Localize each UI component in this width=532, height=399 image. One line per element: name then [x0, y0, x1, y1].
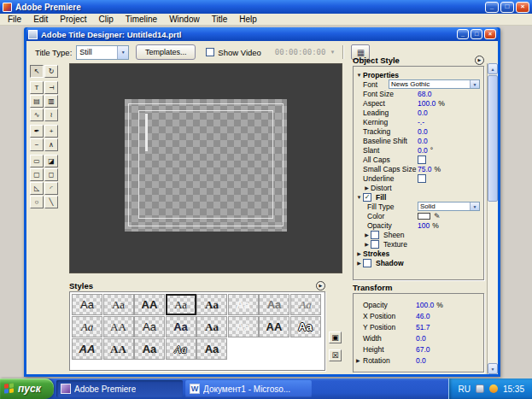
convert-anchor-point-tool-button[interactable]: ∧	[44, 138, 58, 151]
selection-tool-button[interactable]: ↖	[30, 65, 44, 78]
vertical-type-tool-button[interactable]: T	[44, 81, 58, 94]
small-caps-size-value[interactable]: 75.0	[418, 165, 432, 173]
expand-triangle-icon[interactable]: ▶	[363, 241, 371, 247]
style-swatch[interactable]: AA	[259, 316, 289, 337]
fill-opacity-value[interactable]: 100	[418, 221, 430, 230]
maximize-button[interactable]: □	[500, 2, 514, 13]
horizontal-type-tool-button[interactable]: T	[30, 81, 44, 94]
line-tool-button[interactable]: ╲	[44, 196, 58, 208]
style-swatch[interactable]: Aa	[196, 338, 227, 360]
eyedropper-icon[interactable]: ✎	[434, 212, 441, 220]
style-swatch[interactable]: AA	[103, 338, 134, 360]
tray-status-icon-2[interactable]	[489, 384, 498, 393]
close-button[interactable]: ×	[516, 2, 529, 13]
timecode-dropdown-arrow-icon[interactable]: ▼	[330, 50, 335, 55]
menu-clip[interactable]: Clip	[92, 14, 119, 26]
x-position-value[interactable]: 46.0	[416, 312, 430, 320]
style-swatch[interactable]: Aa	[134, 316, 165, 337]
ellipse-tool-button[interactable]: ○	[30, 196, 44, 208]
chevron-down-icon[interactable]: ▼	[470, 202, 479, 210]
font-dropdown[interactable]: News Gothic ▼	[389, 79, 480, 89]
style-swatch[interactable]: Aa	[72, 294, 102, 315]
menu-project[interactable]: Project	[54, 14, 92, 26]
style-swatch[interactable]: Aa	[72, 316, 102, 337]
vertical-area-type-tool-button[interactable]: ▥	[44, 95, 58, 108]
tracking-value[interactable]: 0.0	[418, 127, 428, 136]
style-swatch[interactable]: Aa	[134, 338, 165, 360]
menu-file[interactable]: File	[2, 14, 27, 26]
fill-type-dropdown[interactable]: Solid ▼	[418, 202, 480, 211]
style-swatch[interactable]: AA	[134, 294, 165, 315]
tray-status-icon-1[interactable]	[476, 384, 484, 393]
title-type-select[interactable]: Still ▼	[76, 45, 129, 60]
menu-timeline[interactable]: Timeline	[120, 14, 163, 26]
templates-button[interactable]: Templates...	[136, 44, 196, 60]
chevron-down-icon[interactable]: ▼	[117, 46, 128, 59]
vertical-path-type-tool-button[interactable]: ≀	[44, 109, 58, 121]
collapse-triangle-icon[interactable]: ▼	[355, 73, 363, 78]
menu-help[interactable]: Help	[233, 14, 263, 26]
rounded-rectangle-tool-button[interactable]: ▢	[30, 168, 44, 181]
leading-value[interactable]: 0.0	[418, 109, 428, 117]
panel-menu-button[interactable]: ▶	[475, 56, 484, 65]
style-swatch[interactable]: AA	[103, 316, 134, 337]
menu-window[interactable]: Window	[163, 14, 206, 26]
aspect-value[interactable]: 100.0	[418, 99, 436, 108]
sheen-checkbox[interactable]	[371, 231, 379, 239]
style-swatch-selected[interactable]: Aa	[166, 294, 196, 315]
style-swatch[interactable]: Aa	[290, 316, 321, 337]
underline-checkbox[interactable]	[418, 174, 426, 183]
designer-minimize-button[interactable]: _	[457, 29, 469, 39]
scroll-up-button[interactable]: ▲	[488, 63, 498, 74]
arc-tool-button[interactable]: ◜	[44, 182, 58, 195]
designer-close-button[interactable]: ×	[484, 29, 496, 39]
texture-checkbox[interactable]	[371, 240, 379, 249]
taskbar-task-word-document[interactable]: W Документ1 - Microso...	[185, 380, 312, 397]
new-style-button[interactable]: ▣	[329, 332, 342, 343]
scrollbar-thumb[interactable]	[488, 75, 498, 202]
title-canvas[interactable]	[69, 63, 342, 273]
width-value[interactable]: 0.0	[416, 334, 426, 343]
expand-triangle-icon[interactable]: ▶	[355, 260, 363, 266]
slant-value[interactable]: 0.0	[418, 146, 428, 155]
add-anchor-point-tool-button[interactable]: +	[44, 125, 58, 138]
path-type-tool-button[interactable]: ∿	[30, 109, 44, 121]
clipped-corner-rectangle-tool-button[interactable]: ◪	[44, 155, 58, 167]
fill-color-swatch[interactable]	[418, 213, 430, 220]
rotation-value[interactable]: 0.0	[416, 356, 426, 365]
styles-panel-menu-button[interactable]: ▶	[316, 281, 325, 290]
baseline-shift-value[interactable]: 0.0	[418, 137, 428, 145]
language-indicator[interactable]: RU	[459, 384, 471, 394]
vertical-scrollbar[interactable]: ▲ ▼	[487, 63, 498, 374]
style-swatch[interactable]: Aa	[166, 316, 196, 337]
menu-edit[interactable]: Edit	[27, 14, 54, 26]
pen-tool-button[interactable]: ✒	[30, 125, 44, 138]
style-swatch[interactable]: Aa	[103, 294, 134, 315]
style-swatch[interactable]: Aa	[166, 338, 196, 360]
delete-style-button[interactable]: ☒	[329, 349, 342, 361]
scroll-down-button[interactable]: ▼	[488, 363, 498, 374]
fill-checkbox[interactable]: ✓	[363, 193, 371, 202]
style-swatch[interactable]: Aa	[228, 316, 259, 337]
start-button[interactable]: пуск	[0, 378, 54, 399]
delete-anchor-point-tool-button[interactable]: −	[30, 138, 44, 151]
font-size-value[interactable]: 68.0	[418, 90, 432, 98]
y-position-value[interactable]: 51.7	[416, 323, 430, 332]
kerning-value[interactable]: -.-	[418, 118, 424, 126]
designer-titlebar[interactable]: Adobe Title Designer: Untitled14.prtl _ …	[26, 27, 498, 41]
shadow-checkbox[interactable]	[363, 259, 371, 267]
opacity-value[interactable]: 100.0	[416, 301, 434, 309]
expand-triangle-icon[interactable]: ▶	[356, 357, 363, 363]
rotation-tool-button[interactable]: ↻	[44, 65, 58, 78]
expand-triangle-icon[interactable]: ▶	[363, 232, 371, 238]
clock[interactable]: 15:35	[503, 384, 524, 394]
show-video-checkbox[interactable]	[206, 48, 214, 56]
rectangle-tool-button[interactable]: ▭	[30, 155, 44, 167]
style-swatch[interactable]: Aa	[196, 294, 227, 315]
taskbar-task-premiere[interactable]: Adobe Premiere	[56, 380, 183, 397]
round-rectangle-tool-button[interactable]: ◻	[44, 168, 58, 181]
collapse-triangle-icon[interactable]: ▼	[355, 195, 363, 200]
style-swatch[interactable]: Aa	[196, 316, 227, 337]
style-swatch[interactable]: Aa	[259, 294, 289, 315]
all-caps-checkbox[interactable]	[418, 155, 426, 164]
